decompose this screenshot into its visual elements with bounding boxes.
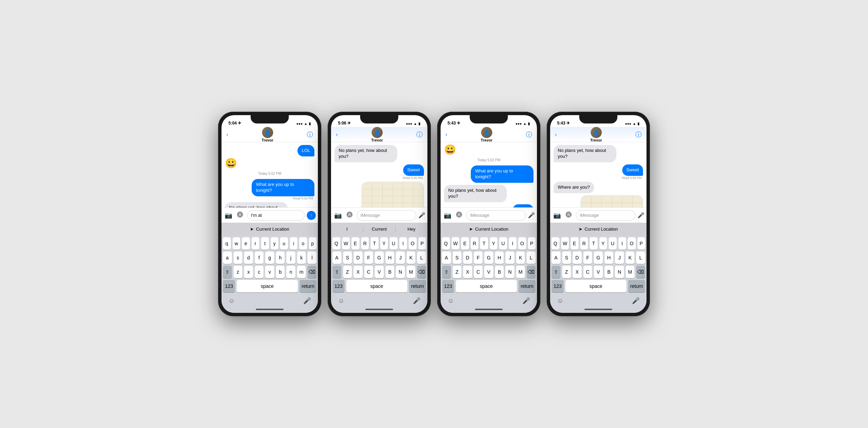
send-button[interactable]: ↑ — [307, 211, 316, 220]
key-P[interactable]: P — [637, 237, 645, 250]
key-H[interactable]: H — [495, 251, 504, 264]
key-a[interactable]: a — [223, 251, 232, 264]
key-W[interactable]: W — [452, 237, 460, 250]
current-location-bar[interactable]: ➤ Current Location — [550, 223, 646, 235]
key-return[interactable]: return — [300, 280, 316, 292]
autocomplete-suggestion[interactable]: Hey — [396, 226, 427, 232]
key-space[interactable]: space — [565, 280, 626, 292]
key-123[interactable]: 123 — [332, 280, 345, 292]
key-R[interactable]: R — [361, 237, 369, 250]
key-E[interactable]: E — [351, 237, 359, 250]
key-G[interactable]: G — [594, 251, 603, 264]
key-l[interactable]: l — [307, 251, 316, 264]
info-button[interactable]: ⓘ — [307, 130, 313, 139]
key-B[interactable]: B — [605, 266, 614, 278]
key-B[interactable]: B — [385, 266, 394, 278]
key-Q[interactable]: Q — [332, 237, 340, 250]
back-button[interactable]: ‹ — [555, 131, 557, 138]
key-G[interactable]: G — [375, 251, 384, 264]
key-Q[interactable]: Q — [442, 237, 450, 250]
mic-bottom-icon[interactable]: 🎤 — [303, 297, 311, 305]
key-C[interactable]: C — [474, 266, 483, 278]
mic-bottom-icon[interactable]: 🎤 — [413, 297, 420, 305]
key-X[interactable]: X — [573, 266, 582, 278]
key-return[interactable]: return — [519, 280, 536, 292]
key-Z[interactable]: Z — [562, 266, 571, 278]
key-L[interactable]: L — [636, 251, 645, 264]
key-E[interactable]: E — [571, 237, 579, 250]
key-j[interactable]: j — [286, 251, 295, 264]
map-bubble[interactable]: Locating... › — [362, 182, 424, 207]
emoji-keyboard-icon[interactable]: ☺ — [228, 297, 235, 305]
key-W[interactable]: W — [342, 237, 350, 250]
key-M[interactable]: M — [407, 266, 416, 278]
key-t[interactable]: t — [261, 237, 269, 250]
nav-center[interactable]: 👤 Trevor — [590, 127, 602, 142]
key-F[interactable]: F — [364, 251, 373, 264]
key-I[interactable]: I — [399, 237, 407, 250]
mic-icon[interactable]: 🎤 — [528, 212, 535, 219]
back-button[interactable]: ‹ — [226, 131, 228, 138]
key-space[interactable]: space — [456, 280, 517, 292]
key-P[interactable]: P — [528, 237, 536, 250]
key-F[interactable]: F — [583, 251, 592, 264]
key-Q[interactable]: Q — [552, 237, 559, 250]
message-input[interactable]: I'm at — [247, 210, 305, 221]
key-G[interactable]: G — [484, 251, 493, 264]
current-location-bar[interactable]: ➤ Current Location — [222, 223, 318, 235]
key-c[interactable]: c — [255, 266, 264, 278]
emoji-keyboard-icon[interactable]: ☺ — [448, 297, 454, 305]
key-z[interactable]: z — [234, 266, 243, 278]
key-N[interactable]: N — [505, 266, 514, 278]
nav-center[interactable]: 👤 Trevor — [371, 127, 383, 142]
key-e[interactable]: e — [242, 237, 250, 250]
key-R[interactable]: R — [580, 237, 588, 250]
key-L[interactable]: L — [527, 251, 536, 264]
mic-bottom-icon[interactable]: 🎤 — [522, 297, 530, 305]
key-X[interactable]: X — [463, 266, 472, 278]
key-D[interactable]: D — [573, 251, 582, 264]
key-K[interactable]: K — [516, 251, 525, 264]
key-f[interactable]: f — [255, 251, 264, 264]
key-⇧[interactable]: ⇧ — [442, 266, 451, 278]
key-⌫[interactable]: ⌫ — [417, 266, 426, 278]
key-J[interactable]: J — [615, 251, 624, 264]
key-⇧[interactable]: ⇧ — [223, 266, 232, 278]
key-N[interactable]: N — [615, 266, 624, 278]
nav-center[interactable]: 👤 Trevor — [262, 127, 274, 142]
key-J[interactable]: J — [505, 251, 514, 264]
info-button[interactable]: ⓘ — [526, 130, 532, 139]
key-⇧[interactable]: ⇧ — [332, 266, 341, 278]
appstore-icon[interactable]: 🅐 — [345, 212, 355, 219]
key-A[interactable]: A — [552, 251, 561, 264]
key-q[interactable]: q — [223, 237, 231, 250]
back-button[interactable]: ‹ — [336, 131, 338, 138]
key-m[interactable]: m — [297, 266, 306, 278]
key-p[interactable]: p — [309, 237, 317, 250]
key-Y[interactable]: Y — [599, 237, 607, 250]
key-H[interactable]: H — [605, 251, 614, 264]
message-input[interactable]: iMessage — [357, 210, 416, 221]
key-O[interactable]: O — [628, 237, 636, 250]
key-D[interactable]: D — [463, 251, 472, 264]
key-123[interactable]: 123 — [442, 280, 454, 292]
emoji-keyboard-icon[interactable]: ☺ — [338, 297, 344, 305]
key-U[interactable]: U — [609, 237, 617, 250]
key-⌫[interactable]: ⌫ — [636, 266, 645, 278]
key-h[interactable]: h — [276, 251, 285, 264]
key-S[interactable]: S — [453, 251, 462, 264]
key-Y[interactable]: Y — [380, 237, 388, 250]
key-o[interactable]: o — [299, 237, 307, 250]
appstore-icon[interactable]: 🅐 — [564, 212, 574, 219]
key-k[interactable]: k — [297, 251, 306, 264]
camera-icon[interactable]: 📷 — [333, 212, 343, 219]
key-T[interactable]: T — [371, 237, 379, 250]
key-L[interactable]: L — [417, 251, 426, 264]
key-P[interactable]: P — [418, 237, 426, 250]
key-return[interactable]: return — [409, 280, 426, 292]
key-E[interactable]: E — [461, 237, 469, 250]
key-S[interactable]: S — [562, 251, 571, 264]
key-B[interactable]: B — [495, 266, 504, 278]
key-T[interactable]: T — [590, 237, 598, 250]
key-M[interactable]: M — [626, 266, 635, 278]
